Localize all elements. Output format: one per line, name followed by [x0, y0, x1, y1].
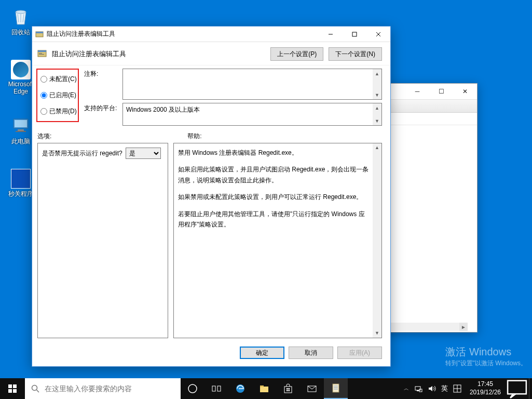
search-icon — [31, 384, 39, 393]
svg-rect-25 — [260, 387, 268, 392]
platform-box: Windows 2000 及以上版本 ▲▼ — [122, 103, 382, 126]
close-button[interactable] — [366, 26, 390, 42]
svg-rect-4 — [16, 131, 26, 132]
scroll-up-icon[interactable]: ▲ — [373, 143, 381, 152]
close-button[interactable]: ✕ — [453, 84, 477, 99]
options-panel: 是否禁用无提示运行 regedit? 是 — [37, 143, 168, 338]
svg-point-0 — [16, 10, 26, 14]
vertical-scrollbar[interactable]: ▲▼ — [373, 103, 381, 125]
option-select[interactable]: 是 — [126, 148, 161, 159]
options-label: 选项: — [37, 132, 51, 141]
network-icon[interactable] — [414, 384, 422, 393]
scroll-down-icon[interactable]: ▼ — [373, 329, 381, 338]
scroll-right-button[interactable]: ► — [459, 323, 468, 331]
svg-rect-14 — [39, 54, 44, 55]
radio-input-enabled[interactable] — [40, 92, 47, 99]
ime-mode-icon[interactable] — [453, 384, 461, 393]
scroll-up-icon[interactable]: ▲ — [373, 69, 381, 78]
svg-rect-15 — [8, 384, 12, 388]
svg-rect-33 — [333, 384, 339, 392]
maximize-button[interactable]: ☐ — [429, 84, 453, 99]
vertical-scrollbar[interactable]: ▲▼ — [373, 143, 381, 338]
search-input[interactable] — [45, 384, 174, 393]
svg-point-19 — [32, 385, 37, 391]
svg-rect-43 — [508, 381, 526, 394]
help-text: 如果启用此策略设置，并且用户试图启动 Regedit.exe，则会出现一条消息，… — [178, 164, 369, 185]
next-setting-button[interactable]: 下一个设置(N) — [329, 47, 382, 61]
scroll-down-icon[interactable]: ▼ — [373, 116, 381, 125]
task-view-button[interactable] — [204, 378, 228, 399]
volume-icon[interactable] — [428, 384, 436, 393]
svg-rect-27 — [284, 387, 292, 393]
tray-chevron-up-icon[interactable]: ︿ — [404, 385, 409, 392]
radio-disabled[interactable]: 已禁用(D) — [40, 107, 73, 116]
svg-rect-22 — [212, 386, 215, 391]
taskbar-app-store[interactable] — [276, 378, 300, 399]
taskbar-clock[interactable]: 17:45 2019/12/26 — [466, 378, 505, 399]
svg-rect-6 — [36, 32, 43, 33]
svg-rect-26 — [260, 385, 264, 387]
help-label: 帮助: — [187, 132, 201, 141]
taskbar: ︿ 英 17:45 2019/12/26 — [0, 378, 532, 399]
minimize-button[interactable]: ─ — [405, 84, 429, 99]
svg-rect-2 — [15, 120, 27, 127]
svg-rect-30 — [287, 390, 288, 392]
cancel-button[interactable]: 取消 — [289, 347, 333, 359]
svg-rect-12 — [38, 50, 46, 52]
platform-label: 支持的平台: — [84, 103, 118, 113]
comment-textbox[interactable]: ▲▼ — [122, 69, 382, 100]
help-text: 若要阻止用户使用其他管理工具，请使用"只运行指定的 Windows 应用程序"策… — [178, 209, 369, 230]
cortana-button[interactable] — [181, 378, 204, 399]
edge-icon — [11, 60, 31, 79]
dialog-titlebar[interactable]: 阻止访问注册表编辑工具 — [32, 26, 390, 42]
show-desktop-button[interactable] — [529, 378, 532, 399]
ok-button[interactable]: 确定 — [240, 347, 284, 359]
svg-rect-23 — [217, 386, 221, 391]
ime-indicator[interactable]: 英 — [441, 384, 448, 393]
dialog-heading: 阻止访问注册表编辑工具 — [52, 49, 126, 59]
apply-button[interactable]: 应用(A) — [337, 347, 382, 359]
taskbar-app-mail[interactable] — [300, 378, 324, 399]
svg-line-20 — [37, 390, 39, 393]
scroll-up-icon[interactable]: ▲ — [373, 103, 381, 112]
action-center-button[interactable] — [505, 378, 529, 399]
recycle-bin-icon — [10, 5, 32, 27]
vertical-scrollbar[interactable]: ▲▼ — [373, 69, 381, 99]
previous-setting-button[interactable]: 上一个设置(P) — [270, 47, 323, 61]
system-tray[interactable]: ︿ 英 — [400, 378, 466, 399]
svg-rect-13 — [39, 53, 42, 54]
windows-logo-icon — [8, 384, 17, 393]
svg-rect-16 — [13, 384, 17, 388]
svg-rect-8 — [352, 32, 357, 36]
comment-label: 注释: — [84, 69, 118, 78]
help-text: 如果禁用或未配置此策略设置，则用户可以正常运行 Regedit.exe。 — [178, 192, 369, 202]
svg-rect-31 — [289, 390, 290, 392]
radio-enabled[interactable]: 已启用(E) — [40, 91, 73, 100]
taskbar-search[interactable] — [25, 378, 181, 399]
taskbar-app-notepad[interactable] — [324, 378, 348, 399]
policy-settings-dialog: 阻止访问注册表编辑工具 阻止访问注册表编辑工具 上一个设置(P) 下一个设置(N… — [32, 26, 391, 367]
dialog-title: 阻止访问注册表编辑工具 — [47, 30, 319, 38]
radio-input-disabled[interactable] — [40, 108, 47, 115]
svg-rect-29 — [289, 388, 290, 390]
radio-not-configured[interactable]: 未配置(C) — [40, 75, 73, 84]
svg-rect-28 — [287, 388, 288, 390]
svg-rect-17 — [8, 389, 12, 393]
minimize-button[interactable] — [319, 26, 343, 42]
maximize-button[interactable] — [343, 26, 366, 42]
policy-icon — [37, 49, 47, 59]
taskbar-app-edge[interactable] — [228, 378, 252, 399]
svg-point-21 — [188, 384, 197, 393]
activation-watermark: 激活 Windows 转到"设置"以激活 Windows。 — [445, 345, 527, 368]
program-icon — [11, 169, 31, 189]
option-question-label: 是否禁用无提示运行 regedit? — [42, 149, 122, 158]
svg-rect-38 — [417, 390, 419, 391]
scroll-down-icon[interactable]: ▼ — [373, 90, 381, 99]
help-panel: 禁用 Windows 注册表编辑器 Regedit.exe。 如果启用此策略设置… — [173, 143, 382, 338]
dialog-icon — [35, 30, 44, 38]
radio-input-not-configured[interactable] — [40, 76, 47, 83]
taskbar-app-explorer[interactable] — [252, 378, 276, 399]
start-button[interactable] — [0, 378, 25, 399]
help-text: 禁用 Windows 注册表编辑器 Regedit.exe。 — [178, 148, 369, 158]
computer-icon — [10, 114, 32, 136]
